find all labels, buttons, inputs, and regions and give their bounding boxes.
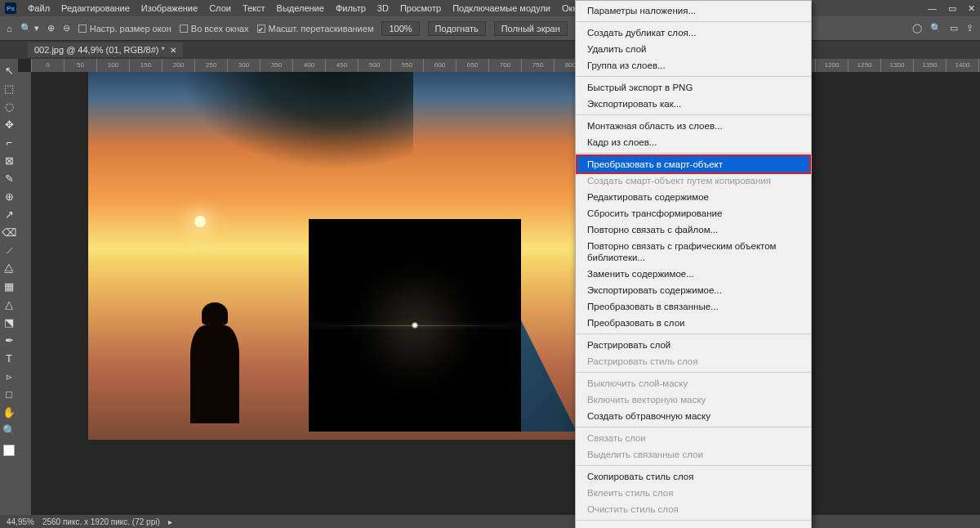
foreground-color[interactable] xyxy=(3,445,15,456)
context-menu-item[interactable]: Создать дубликат слоя... xyxy=(576,25,811,41)
zoom-out-icon[interactable]: ⊖ xyxy=(63,23,70,34)
context-menu-item[interactable]: Удалить слой xyxy=(576,41,811,57)
gradient-tool[interactable]: ▦ xyxy=(0,278,18,294)
context-menu-item[interactable]: Быстрый экспорт в PNG xyxy=(576,79,811,96)
context-menu-item[interactable]: Кадр из слоев... xyxy=(576,134,811,150)
menu-view[interactable]: Просмотр xyxy=(400,3,441,13)
context-menu-item[interactable]: Заменить содержимое... xyxy=(576,266,811,282)
zoom-in-icon[interactable]: ⊕ xyxy=(47,23,55,34)
healing-tool[interactable]: ⊕ xyxy=(0,188,18,204)
context-menu-item[interactable]: Группа из слоев... xyxy=(576,57,811,74)
menu-3d[interactable]: 3D xyxy=(377,3,389,13)
context-menu-item: Выделить связанные слои xyxy=(576,446,811,463)
canvas[interactable] xyxy=(31,72,980,517)
stamp-tool[interactable]: ⌫ xyxy=(0,224,18,240)
layer-context-menu: Параметры наложения...Создать дубликат с… xyxy=(575,0,812,528)
marquee-tool[interactable]: ⬚ xyxy=(0,80,18,96)
context-menu-item[interactable]: Сбросить трансформирование xyxy=(576,205,811,221)
document-tab[interactable]: 002.jpg @ 44,9% (01, RGB/8#) * ✕ xyxy=(28,43,183,57)
ruler-tick: 1300 xyxy=(880,59,913,72)
menu-filter[interactable]: Фильтр xyxy=(336,3,366,13)
context-menu-item[interactable]: Редактировать содержимое xyxy=(576,189,811,205)
person-silhouette xyxy=(190,325,239,423)
home-icon[interactable]: ⌂ xyxy=(7,24,12,34)
context-menu-item[interactable]: Повторно связать с файлом... xyxy=(576,221,811,238)
menu-select[interactable]: Выделение xyxy=(277,3,324,13)
history-brush-tool[interactable]: ⟋ xyxy=(0,242,18,258)
scrubby-zoom-checkbox[interactable] xyxy=(257,25,265,33)
close-tab-icon[interactable]: ✕ xyxy=(170,46,176,55)
ruler-horizontal: 0501001502002503003504004505005506006507… xyxy=(31,59,980,72)
selection-tool[interactable]: ✥ xyxy=(0,116,18,132)
type-tool[interactable]: T xyxy=(0,350,18,366)
brush-tool[interactable]: ↗ xyxy=(0,206,18,222)
blur-tool[interactable]: △ xyxy=(0,296,18,312)
context-menu-item[interactable]: Создать обтравочную маску xyxy=(576,408,811,424)
ruler-tick: 400 xyxy=(292,59,325,72)
context-menu-separator xyxy=(576,427,811,427)
context-menu-item[interactable]: Преобразовать в смарт-объект xyxy=(576,154,811,174)
menu-image[interactable]: Изображение xyxy=(141,3,198,13)
workspace-icon[interactable]: ▭ xyxy=(950,23,958,34)
sun xyxy=(194,216,206,227)
pen-tool[interactable]: ✒ xyxy=(0,332,18,348)
share-icon[interactable]: ⇪ xyxy=(966,23,973,34)
lasso-tool[interactable]: ◌ xyxy=(0,98,18,114)
eraser-tool[interactable]: ⧋ xyxy=(0,260,18,276)
fit-screen-button[interactable]: Подогнать xyxy=(428,21,486,36)
context-menu-item[interactable]: Параметры наложения... xyxy=(576,2,811,19)
ruler-tick: 250 xyxy=(194,59,227,72)
window-minimize-icon[interactable]: — xyxy=(928,3,937,14)
status-zoom[interactable]: 44,95% xyxy=(7,517,34,526)
document-tab-title: 002.jpg @ 44,9% (01, RGB/8#) * xyxy=(34,45,165,55)
menu-layers[interactable]: Слои xyxy=(209,3,231,13)
context-menu-item[interactable]: Растрировать слой xyxy=(576,337,811,353)
context-menu-item: Растрировать стиль слоя xyxy=(576,353,811,369)
ruler-tick: 0 xyxy=(31,59,64,72)
zoom-tool[interactable]: 🔍 xyxy=(0,422,18,438)
flare-layer[interactable] xyxy=(309,219,521,432)
context-menu-item[interactable]: Экспортировать содержимое... xyxy=(576,282,811,298)
context-menu-item: Создать смарт-объект путем копирования xyxy=(576,172,811,189)
context-menu-item: Очистить стиль слоя xyxy=(576,501,811,517)
menu-file[interactable]: Файл xyxy=(28,3,50,13)
menu-edit[interactable]: Редактирование xyxy=(61,3,130,13)
options-bar: ⌂ 🔍 ▾ ⊕ ⊖ Настр. размер окон Во всех окн… xyxy=(0,16,980,41)
eyedropper-tool[interactable]: ✎ xyxy=(0,170,18,186)
context-menu-separator xyxy=(576,465,811,466)
window-maximize-icon[interactable]: ▭ xyxy=(948,3,956,14)
context-menu-item[interactable]: Преобразовать в связанные... xyxy=(576,298,811,315)
menu-plugins[interactable]: Подключаемые модули xyxy=(452,3,550,13)
context-menu-item[interactable]: Экспортировать как... xyxy=(576,96,811,112)
context-menu-item: Связать слои xyxy=(576,430,811,446)
app-logo: Ps xyxy=(5,2,16,14)
context-menu-item: Выключить слой-маску xyxy=(576,375,811,392)
context-menu-item[interactable]: Монтажная область из слоев... xyxy=(576,118,811,134)
context-menu-item[interactable]: Скопировать стиль слоя xyxy=(576,468,811,485)
frame-tool[interactable]: ⊠ xyxy=(0,152,18,168)
crop-tool[interactable]: ⌐ xyxy=(0,134,18,150)
tree-silhouette xyxy=(154,72,413,186)
scrubby-zoom-label: Масшт. перетаскиванием xyxy=(269,24,374,34)
move-tool[interactable]: ↖ xyxy=(0,62,18,78)
zoom-100-button[interactable]: 100% xyxy=(381,21,419,36)
hand-tool[interactable]: ✋ xyxy=(0,404,18,420)
context-menu-separator xyxy=(576,372,811,373)
context-menu-item[interactable]: Повторно связать с графическим объектом … xyxy=(576,238,811,266)
path-tool[interactable]: ▹ xyxy=(0,368,18,384)
all-windows-checkbox[interactable] xyxy=(180,25,188,33)
shape-tool[interactable]: □ xyxy=(0,386,18,402)
resize-windows-label: Настр. размер окон xyxy=(90,24,172,34)
dodge-tool[interactable]: ⬔ xyxy=(0,314,18,330)
menu-text[interactable]: Текст xyxy=(243,3,265,13)
cloud-user-icon[interactable]: ◯ xyxy=(912,23,922,34)
search-icon[interactable]: 🔍 xyxy=(930,23,942,34)
ruler-tick: 1250 xyxy=(848,59,880,72)
zoom-tool-icon[interactable]: 🔍 ▾ xyxy=(20,23,39,34)
ruler-tick: 150 xyxy=(129,59,162,72)
resize-windows-checkbox[interactable] xyxy=(78,25,87,33)
context-menu-item[interactable]: Преобразовать в слои xyxy=(576,315,811,331)
context-menu-separator xyxy=(576,76,811,77)
fullscreen-button[interactable]: Полный экран xyxy=(494,21,568,36)
window-close-icon[interactable]: ✕ xyxy=(968,3,975,14)
